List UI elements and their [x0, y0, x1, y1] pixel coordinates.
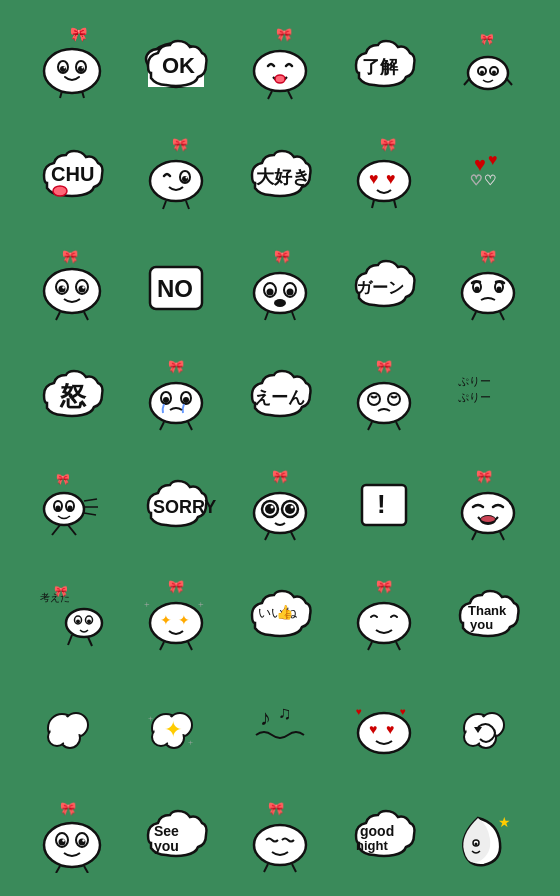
- svg-text:♥: ♥: [356, 706, 362, 717]
- sticker-36[interactable]: 🎀: [22, 780, 122, 886]
- svg-line-121: [265, 532, 269, 540]
- svg-line-108: [68, 525, 76, 535]
- sticker-35[interactable]: [438, 670, 538, 776]
- svg-text:♡: ♡: [470, 173, 483, 188]
- sticker-30[interactable]: Thank you: [438, 560, 538, 666]
- svg-text:えーん: えーん: [254, 388, 305, 407]
- sticker-10[interactable]: ♥ ♥ ♡ ♡: [438, 120, 538, 226]
- svg-point-106: [68, 506, 73, 511]
- svg-point-104: [56, 506, 61, 511]
- svg-point-60: [82, 286, 84, 288]
- svg-line-98: [396, 422, 400, 430]
- sticker-6[interactable]: CHU: [22, 120, 122, 226]
- svg-point-194: [59, 839, 66, 846]
- svg-text:NO: NO: [157, 275, 193, 302]
- svg-point-192: [44, 823, 100, 867]
- svg-line-129: [472, 532, 476, 540]
- sticker-38[interactable]: 🎀: [230, 780, 330, 886]
- svg-line-139: [88, 637, 92, 646]
- svg-line-107: [52, 525, 60, 535]
- svg-line-109: [84, 499, 97, 501]
- sticker-17[interactable]: 🎀: [126, 340, 226, 446]
- svg-point-132: [66, 609, 102, 637]
- svg-point-102: [44, 493, 84, 525]
- sticker-4[interactable]: 了解: [334, 10, 434, 116]
- svg-point-135: [76, 620, 80, 624]
- svg-line-22: [268, 91, 272, 99]
- svg-line-73: [292, 312, 295, 320]
- svg-line-62: [84, 312, 88, 320]
- sticker-15[interactable]: 🎀: [438, 230, 538, 336]
- svg-text:you: you: [470, 617, 493, 632]
- sticker-33[interactable]: ♪ ♫: [230, 670, 330, 776]
- svg-text:♥: ♥: [474, 153, 486, 175]
- svg-text:🎀: 🎀: [56, 472, 70, 486]
- sticker-32[interactable]: ✦ + +: [126, 670, 226, 776]
- svg-text:Thank: Thank: [468, 603, 507, 618]
- svg-point-204: [254, 825, 306, 865]
- svg-text:♫: ♫: [278, 703, 292, 723]
- svg-text:🎀: 🎀: [274, 248, 291, 265]
- sticker-5[interactable]: 🎀: [438, 10, 538, 116]
- svg-text:good: good: [360, 823, 394, 839]
- svg-point-162: [62, 730, 78, 746]
- svg-point-95: [368, 393, 380, 405]
- svg-point-198: [82, 839, 84, 841]
- sticker-18[interactable]: えーん: [230, 340, 330, 446]
- sticker-31[interactable]: [22, 670, 122, 776]
- svg-line-147: [188, 642, 192, 650]
- svg-point-126: [462, 493, 514, 533]
- sticker-1[interactable]: 🎀: [22, 10, 122, 116]
- svg-point-44: [358, 161, 410, 201]
- sticker-12[interactable]: NO: [126, 230, 226, 336]
- svg-text:🎀: 🎀: [376, 358, 393, 375]
- sticker-25[interactable]: 🎀: [438, 450, 538, 556]
- sticker-22[interactable]: SORRY: [126, 450, 226, 556]
- svg-text:★: ★: [498, 815, 511, 830]
- sticker-14[interactable]: ガーン: [334, 230, 434, 336]
- sticker-3[interactable]: 🎀: [230, 10, 330, 116]
- svg-point-94: [358, 383, 410, 423]
- svg-text:🎀: 🎀: [480, 248, 497, 265]
- sticker-16[interactable]: 怒: [22, 340, 122, 446]
- sticker-26[interactable]: 考えた 🎀: [22, 560, 122, 666]
- sticker-11[interactable]: 🎀: [22, 230, 122, 336]
- sticker-23[interactable]: 🎀: [230, 450, 330, 556]
- svg-point-7: [82, 67, 84, 69]
- svg-point-34: [53, 186, 67, 196]
- svg-text:+: +: [198, 599, 204, 610]
- svg-text:🎀: 🎀: [276, 26, 293, 43]
- sticker-21[interactable]: 🎀: [22, 450, 122, 556]
- sticker-20[interactable]: ぷりー ぷりー: [438, 340, 538, 446]
- svg-point-39: [186, 177, 188, 179]
- svg-line-122: [291, 532, 295, 540]
- sticker-13[interactable]: 🎀: [230, 230, 330, 336]
- sticker-9[interactable]: 🎀 ♥ ♥: [334, 120, 434, 226]
- sticker-24[interactable]: !: [334, 450, 434, 556]
- svg-point-163: [50, 730, 64, 744]
- sticker-40[interactable]: ★: [438, 780, 538, 886]
- sticker-37[interactable]: See you: [126, 780, 226, 886]
- sticker-19[interactable]: 🎀: [334, 340, 434, 446]
- sticker-27[interactable]: 🎀 ✦ ✦ + +: [126, 560, 226, 666]
- svg-point-197: [79, 839, 86, 846]
- sticker-7[interactable]: 🎀: [126, 120, 226, 226]
- svg-text:了解: 了解: [362, 57, 399, 77]
- svg-point-151: [358, 603, 410, 643]
- svg-point-141: [150, 603, 202, 643]
- svg-text:🎀: 🎀: [172, 136, 189, 153]
- svg-text:+: +: [144, 599, 150, 610]
- svg-text:ぷりー: ぷりー: [458, 375, 491, 387]
- sticker-2[interactable]: OK: [126, 10, 226, 116]
- svg-line-130: [500, 532, 504, 540]
- sticker-8[interactable]: 大好き: [230, 120, 330, 226]
- sticker-29[interactable]: 🎀: [334, 560, 434, 666]
- svg-point-117: [271, 506, 274, 509]
- sticker-39[interactable]: good night: [334, 780, 434, 886]
- svg-text:♪: ♪: [260, 705, 271, 730]
- sticker-34[interactable]: ♥ ♥ ♥ ♥: [334, 670, 434, 776]
- svg-text:you: you: [154, 838, 179, 854]
- sticker-28[interactable]: いいね 👍: [230, 560, 330, 666]
- svg-line-200: [84, 866, 88, 873]
- svg-line-206: [292, 864, 296, 872]
